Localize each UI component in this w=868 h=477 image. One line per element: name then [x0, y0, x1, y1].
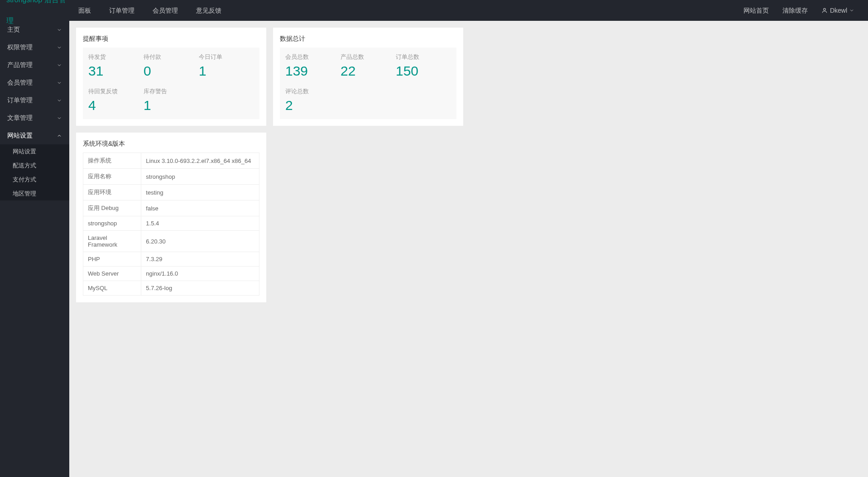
- svg-point-0: [824, 8, 826, 10]
- stat-pending-pay[interactable]: 待付款 0: [144, 53, 199, 79]
- stat-today-orders[interactable]: 今日订单 1: [199, 53, 254, 79]
- table-row: 应用名称strongshop: [83, 169, 259, 185]
- link-site-home[interactable]: 网站首页: [737, 0, 776, 21]
- stat-label: 评论总数: [285, 87, 340, 95]
- table-row: 应用环境testing: [83, 185, 259, 200]
- chevron-down-icon: [57, 80, 62, 86]
- sidebar-item-label: 订单管理: [7, 96, 33, 105]
- stat-label: 会员总数: [285, 53, 340, 61]
- sysenv-key: 应用名称: [83, 169, 141, 185]
- sidebar-item-label: 产品管理: [7, 61, 33, 69]
- stat-pending-ship[interactable]: 待发货 31: [88, 53, 144, 79]
- sysenv-value: 7.3.29: [141, 252, 259, 267]
- sidebar-sub-shipping[interactable]: 配送方式: [0, 158, 69, 172]
- sidebar: 主页 权限管理 产品管理 会员管理 订单管理 文章管理 网站设置 网站设置 配送…: [0, 21, 69, 316]
- top-nav: 面板 订单管理 会员管理 意见反馈: [69, 0, 230, 21]
- chevron-down-icon: [57, 62, 62, 68]
- topnav-panel[interactable]: 面板: [69, 0, 100, 21]
- topnav-members[interactable]: 会员管理: [144, 0, 187, 21]
- reminders-title: 提醒事项: [83, 32, 259, 48]
- sysenv-title: 系统环境&版本: [83, 137, 259, 153]
- chevron-down-icon: [57, 45, 62, 50]
- sysenv-value: false: [141, 200, 259, 216]
- sysenv-value: 6.20.30: [141, 231, 259, 252]
- stat-label: 库存警告: [144, 87, 199, 95]
- sidebar-item-order[interactable]: 订单管理: [0, 91, 69, 109]
- stat-order-total[interactable]: 订单总数 150: [396, 53, 451, 79]
- sysenv-value: testing: [141, 185, 259, 200]
- sysenv-value: 5.7.26-log: [141, 281, 259, 296]
- sysenv-value: strongshop: [141, 169, 259, 185]
- sidebar-item-article[interactable]: 文章管理: [0, 109, 69, 127]
- stat-label: 待付款: [144, 53, 199, 61]
- stat-comment-total[interactable]: 评论总数 2: [285, 87, 340, 114]
- stat-member-total[interactable]: 会员总数 139: [285, 53, 340, 79]
- stat-stock-warning[interactable]: 库存警告 1: [144, 87, 199, 114]
- stat-value: 150: [396, 63, 451, 79]
- stat-value: 2: [285, 97, 340, 114]
- chevron-up-icon: [57, 133, 62, 138]
- chevron-down-icon: [849, 8, 854, 13]
- logo[interactable]: strongshop 后台管理: [0, 0, 69, 31]
- sidebar-sub-payment[interactable]: 支付方式: [0, 172, 69, 186]
- sidebar-submenu-site-settings: 网站设置 配送方式 支付方式 地区管理: [0, 144, 69, 200]
- stat-product-total[interactable]: 产品总数 22: [340, 53, 396, 79]
- user-name: Dkewl: [830, 0, 847, 21]
- table-row: strongshop1.5.4: [83, 216, 259, 231]
- sidebar-sub-site-settings[interactable]: 网站设置: [0, 144, 69, 158]
- stat-value: 4: [88, 97, 144, 114]
- sysenv-card: 系统环境&版本 操作系统Linux 3.10.0-693.2.2.el7.x86…: [76, 133, 266, 302]
- totals-title: 数据总计: [280, 32, 456, 48]
- sidebar-sub-region[interactable]: 地区管理: [0, 186, 69, 200]
- sysenv-key: PHP: [83, 252, 141, 267]
- stat-label: 订单总数: [396, 53, 451, 61]
- sysenv-value: 1.5.4: [141, 216, 259, 231]
- sysenv-key: MySQL: [83, 281, 141, 296]
- header-bar: strongshop 后台管理 面板 订单管理 会员管理 意见反馈 网站首页 清…: [0, 0, 868, 21]
- link-clear-cache[interactable]: 清除缓存: [776, 0, 815, 21]
- chevron-down-icon: [57, 98, 62, 103]
- sidebar-item-member[interactable]: 会员管理: [0, 74, 69, 91]
- stat-label: 今日订单: [199, 53, 254, 61]
- sidebar-item-label: 文章管理: [7, 114, 33, 122]
- sysenv-key: strongshop: [83, 216, 141, 231]
- sidebar-item-site-settings[interactable]: 网站设置: [0, 127, 69, 144]
- user-icon: [821, 7, 828, 14]
- sidebar-item-label: 网站设置: [7, 132, 33, 140]
- stat-value: 0: [144, 63, 199, 79]
- top-nav-right: 网站首页 清除缓存 Dkewl: [737, 0, 868, 21]
- sidebar-item-label: 权限管理: [7, 43, 33, 52]
- topnav-feedback[interactable]: 意见反馈: [187, 0, 230, 21]
- sidebar-item-permission[interactable]: 权限管理: [0, 38, 69, 56]
- topnav-orders[interactable]: 订单管理: [100, 0, 144, 21]
- totals-card: 数据总计 会员总数 139 产品总数 22 订单总数 150: [273, 28, 463, 126]
- table-row: Laravel Framework6.20.30: [83, 231, 259, 252]
- sysenv-table: 操作系统Linux 3.10.0-693.2.2.el7.x86_64 x86_…: [83, 153, 259, 296]
- stat-label: 待发货: [88, 53, 144, 61]
- stat-label: 待回复反馈: [88, 87, 144, 95]
- stat-value: 22: [340, 63, 396, 79]
- sysenv-value: Linux 3.10.0-693.2.2.el7.x86_64 x86_64: [141, 153, 259, 169]
- stat-value: 1: [144, 97, 199, 114]
- stat-value: 139: [285, 63, 340, 79]
- sysenv-value: nginx/1.16.0: [141, 267, 259, 281]
- reminders-card: 提醒事项 待发货 31 待付款 0 今日订单 1: [76, 28, 266, 126]
- sysenv-key: 应用环境: [83, 185, 141, 200]
- sidebar-item-label: 会员管理: [7, 79, 33, 87]
- stat-value: 31: [88, 63, 144, 79]
- sysenv-key: 操作系统: [83, 153, 141, 169]
- table-row: Web Servernginx/1.16.0: [83, 267, 259, 281]
- stat-label: 产品总数: [340, 53, 396, 61]
- chevron-down-icon: [57, 115, 62, 121]
- main-content: 提醒事项 待发货 31 待付款 0 今日订单 1: [69, 21, 868, 316]
- table-row: PHP7.3.29: [83, 252, 259, 267]
- sysenv-key: 应用 Debug: [83, 200, 141, 216]
- stat-pending-feedback[interactable]: 待回复反馈 4: [88, 87, 144, 114]
- user-menu[interactable]: Dkewl: [815, 0, 863, 21]
- sidebar-item-product[interactable]: 产品管理: [0, 56, 69, 74]
- stat-value: 1: [199, 63, 254, 79]
- table-row: MySQL5.7.26-log: [83, 281, 259, 296]
- table-row: 应用 Debugfalse: [83, 200, 259, 216]
- sysenv-key: Web Server: [83, 267, 141, 281]
- sysenv-key: Laravel Framework: [83, 231, 141, 252]
